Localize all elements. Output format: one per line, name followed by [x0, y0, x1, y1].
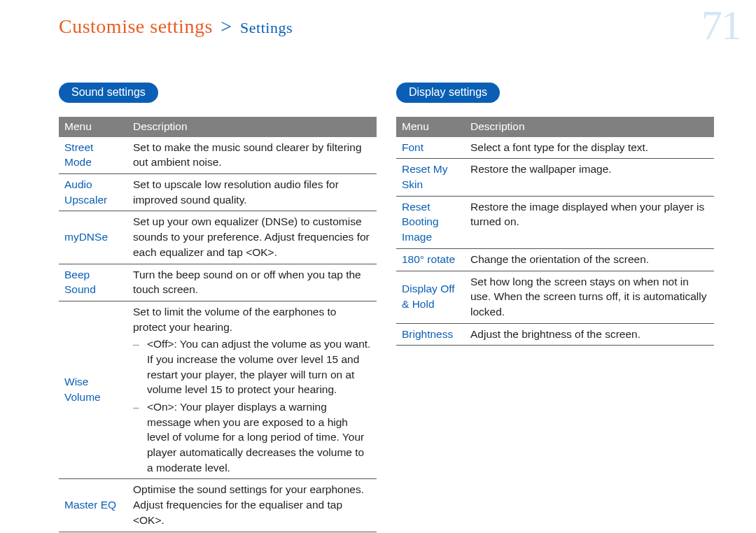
menu-desc: Change the orientation of the screen. [465, 248, 714, 271]
menu-label: Audio Upscaler [59, 174, 127, 211]
dash-icon: – [133, 399, 147, 475]
bullet-text: <Off>: You can adjust the volume as you … [147, 336, 371, 397]
display-settings-heading: Display settings [396, 83, 500, 103]
dash-icon: – [133, 336, 147, 397]
menu-label: Display Off & Hold [396, 271, 465, 323]
table-row: Master EQ Optimise the sound settings fo… [59, 479, 377, 532]
menu-desc: Adjust the brightness of the screen. [465, 323, 714, 346]
table-row: Beep Sound Turn the beep sound on or off… [59, 264, 377, 301]
menu-label: Reset Booting Image [396, 196, 465, 248]
menu-desc: Restore the image displayed when your pl… [465, 196, 714, 248]
menu-label: Master EQ [59, 479, 127, 532]
breadcrumb-sep: > [220, 15, 232, 37]
table-row: Brightness Adjust the brightness of the … [396, 323, 714, 346]
th-description: Description [465, 117, 714, 137]
menu-label: Street Mode [59, 137, 127, 174]
th-menu: Menu [59, 117, 127, 137]
sound-settings-heading: Sound settings [59, 83, 158, 103]
desc-intro: Set to limit the volume of the earphones… [133, 306, 336, 333]
bullet-item: – <On>: Your player displays a warning m… [133, 399, 371, 475]
display-settings-column: Display settings Menu Description Font S… [396, 83, 714, 532]
content: Sound settings Menu Description Street M… [0, 38, 756, 532]
menu-desc: Turn the beep sound on or off when you t… [127, 264, 377, 301]
menu-label: myDNSe [59, 211, 127, 264]
th-menu: Menu [396, 117, 465, 137]
th-description: Description [127, 117, 377, 137]
display-settings-table: Menu Description Font Select a font type… [396, 117, 714, 346]
table-row: 180° rotate Change the orientation of th… [396, 248, 714, 271]
table-row: Font Select a font type for the display … [396, 137, 714, 159]
menu-desc: Set to limit the volume of the earphones… [127, 301, 377, 479]
table-row: Wise Volume Set to limit the volume of t… [59, 301, 377, 479]
bullet-text: <On>: Your player displays a warning mes… [147, 399, 371, 475]
menu-desc: Optimise the sound settings for your ear… [127, 479, 377, 532]
bullet-item: – <Off>: You can adjust the volume as yo… [133, 336, 371, 397]
breadcrumb-main: Customise settings [59, 15, 213, 37]
menu-label: 180° rotate [396, 248, 465, 271]
table-row: Audio Upscaler Set to upscale low resolu… [59, 174, 377, 211]
table-row: Reset Booting Image Restore the image di… [396, 196, 714, 248]
table-row: Street Mode Set to make the music sound … [59, 137, 377, 174]
menu-desc: Set up your own equalizer (DNSe) to cust… [127, 211, 377, 264]
menu-label: Wise Volume [59, 301, 127, 479]
menu-label: Font [396, 137, 465, 159]
table-row: Display Off & Hold Set how long the scre… [396, 271, 714, 323]
menu-desc: Set how long the screen stays on when no… [465, 271, 714, 323]
page-number: 71 [701, 1, 741, 50]
menu-desc: Set to make the music sound clearer by f… [127, 137, 377, 174]
menu-label: Reset My Skin [396, 159, 465, 196]
breadcrumb-sub: Settings [240, 19, 293, 36]
sound-settings-column: Sound settings Menu Description Street M… [59, 83, 377, 532]
menu-desc: Set to upscale low resolution audio file… [127, 174, 377, 211]
menu-desc: Restore the wallpaper image. [465, 159, 714, 196]
menu-label: Beep Sound [59, 264, 127, 301]
table-row: Reset My Skin Restore the wallpaper imag… [396, 159, 714, 196]
sound-settings-table: Menu Description Street Mode Set to make… [59, 117, 377, 532]
menu-desc: Select a font type for the display text. [465, 137, 714, 159]
menu-label: Brightness [396, 323, 465, 346]
breadcrumb: Customise settings > Settings [0, 0, 756, 38]
table-row: myDNSe Set up your own equalizer (DNSe) … [59, 211, 377, 264]
